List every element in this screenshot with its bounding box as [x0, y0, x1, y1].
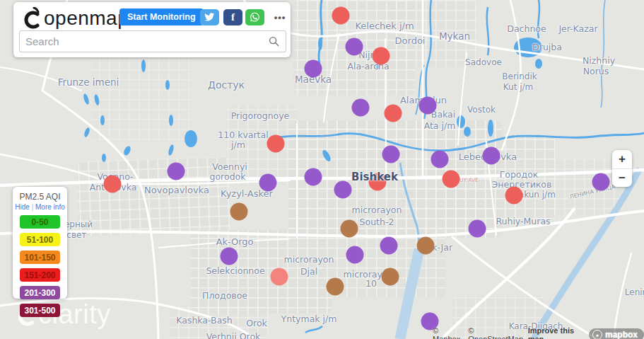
- map-label: Достук: [208, 79, 245, 91]
- mapbox-logo-icon: ●: [592, 330, 602, 339]
- more-options-button[interactable]: •••: [271, 9, 289, 25]
- legend-separator: |: [32, 203, 34, 211]
- map-label: Dachnoe: [507, 23, 546, 34]
- legend-hide-link[interactable]: Hide: [15, 203, 30, 211]
- aqi-marker[interactable]: [385, 105, 402, 122]
- map-label: South-2: [360, 217, 394, 227]
- aqi-marker[interactable]: [505, 187, 523, 205]
- map-label: Kashka-Bash: [176, 315, 233, 326]
- map-label: Nizhniy: [582, 55, 615, 66]
- aqi-marker[interactable]: [168, 163, 185, 180]
- aqi-marker[interactable]: [305, 60, 322, 78]
- legend-range-pill: 51-100: [20, 233, 60, 246]
- legend-links: Hide | More info: [13, 203, 67, 211]
- aqi-marker[interactable]: [271, 268, 288, 286]
- mapbox-attribution-link[interactable]: © Mapbox: [433, 326, 464, 339]
- osm-attribution-link[interactable]: © OpenStreetMap: [468, 326, 523, 339]
- aqi-marker[interactable]: [334, 181, 352, 199]
- whatsapp-button[interactable]: [245, 9, 264, 25]
- improve-map-link[interactable]: Improve this map: [528, 326, 585, 339]
- map-label: Voennyi: [212, 161, 247, 172]
- aqi-marker[interactable]: [417, 237, 435, 255]
- map-zoom-control: + −: [612, 150, 632, 187]
- map-label: Kut j/m: [503, 82, 533, 92]
- aqi-marker[interactable]: [305, 168, 322, 186]
- search-box: [19, 30, 286, 52]
- map-label: Prigorognoye: [231, 110, 290, 121]
- zoom-out-button[interactable]: −: [612, 169, 632, 187]
- legend-range-pill: 151-200: [20, 268, 60, 282]
- aqi-legend-panel: PM2.5 AQI Hide | More info 0-5051-100101…: [13, 187, 67, 299]
- legend-range-pill: 301-500: [20, 304, 60, 317]
- map-label: Mykan: [439, 30, 470, 42]
- whatsapp-icon: [250, 12, 260, 23]
- mapbox-logo[interactable]: ● mapbox: [589, 328, 644, 339]
- aqi-marker[interactable]: [332, 7, 350, 25]
- search-input[interactable]: [20, 35, 269, 47]
- aqi-marker[interactable]: [382, 268, 399, 286]
- aqi-marker[interactable]: [267, 135, 285, 153]
- map-label: Sadovoe: [465, 57, 502, 67]
- aqi-marker[interactable]: [346, 38, 363, 56]
- legend-range-pill: 201-300: [20, 286, 60, 299]
- map-label: Orok: [246, 318, 267, 328]
- aqi-marker[interactable]: [327, 278, 344, 296]
- map-label: 110 kvartal: [218, 130, 268, 140]
- aqi-marker[interactable]: [259, 174, 277, 192]
- map-label: Jer-Kazar: [558, 23, 597, 34]
- map-label: Kelechek j/m: [355, 21, 414, 31]
- aqi-marker[interactable]: [221, 248, 238, 265]
- aqi-marker[interactable]: [373, 47, 390, 65]
- legend-ranges: 0-5051-100101-150151-200201-300301-500: [13, 215, 67, 317]
- map-label: Berindik: [502, 71, 537, 81]
- map-label: Vostok: [467, 105, 496, 115]
- aqi-marker[interactable]: [230, 203, 248, 221]
- map-label: Norus: [583, 66, 609, 76]
- aqi-marker[interactable]: [382, 146, 400, 163]
- map-label: Novopavlovka: [144, 185, 209, 195]
- map-label: Djal: [300, 266, 317, 277]
- map-label: Yntymak j/m: [281, 314, 337, 324]
- search-icon[interactable]: [269, 36, 279, 47]
- map-label: Ak-Orgo: [216, 236, 253, 247]
- map-label: Dordoi: [395, 35, 426, 46]
- legend-range-pill: 101-150: [20, 251, 60, 264]
- aqi-marker[interactable]: [592, 173, 610, 191]
- map-label: microrayon: [284, 254, 334, 265]
- aqi-marker[interactable]: [419, 97, 437, 115]
- facebook-button[interactable]: f: [223, 9, 242, 25]
- map-label: ерный: [64, 219, 93, 229]
- aqi-marker[interactable]: [352, 99, 370, 117]
- aqi-marker[interactable]: [104, 176, 122, 193]
- openmap-logo[interactable]: openmap: [22, 7, 129, 30]
- aqi-marker[interactable]: [483, 147, 500, 165]
- map-label: gorodok: [210, 171, 246, 182]
- aqi-marker[interactable]: [443, 171, 460, 188]
- map-label: Drujba: [532, 42, 562, 52]
- map-label: Городок: [500, 169, 539, 180]
- app-stage: Kelechek j/mDordoiMykanDachnoeJer-KazarD…: [0, 0, 644, 339]
- zoom-in-button[interactable]: +: [612, 150, 632, 168]
- facebook-icon: f: [231, 11, 235, 23]
- map-label: 10: [365, 278, 377, 289]
- aqi-marker[interactable]: [346, 246, 364, 264]
- logo-wordmark: openmap: [44, 7, 129, 30]
- map-attribution: © Mapbox © OpenStreetMap Improve this ma…: [433, 326, 644, 339]
- aqi-marker[interactable]: [341, 220, 358, 238]
- map-label: Frunze imeni: [58, 76, 119, 88]
- map-label: Verhnii Orok: [206, 331, 261, 339]
- twitter-icon: [204, 13, 215, 22]
- legend-more-info-link[interactable]: More info: [35, 203, 65, 211]
- start-monitoring-button[interactable]: Start Monitoring: [119, 8, 204, 25]
- map-label: Bishkek: [351, 171, 398, 183]
- map-label: Ata j/m: [424, 120, 456, 131]
- aqi-marker[interactable]: [380, 237, 398, 255]
- aqi-marker[interactable]: [431, 151, 449, 168]
- map-label: Lenin: [625, 287, 644, 297]
- legend-range-pill: 0-50: [20, 215, 60, 229]
- header-panel: openmap Start Monitoring f •••: [13, 2, 291, 57]
- map-label: j/m: [231, 139, 245, 150]
- twitter-button[interactable]: [200, 9, 219, 25]
- aqi-marker[interactable]: [469, 220, 486, 238]
- mapbox-logo-text: mapbox: [605, 330, 638, 339]
